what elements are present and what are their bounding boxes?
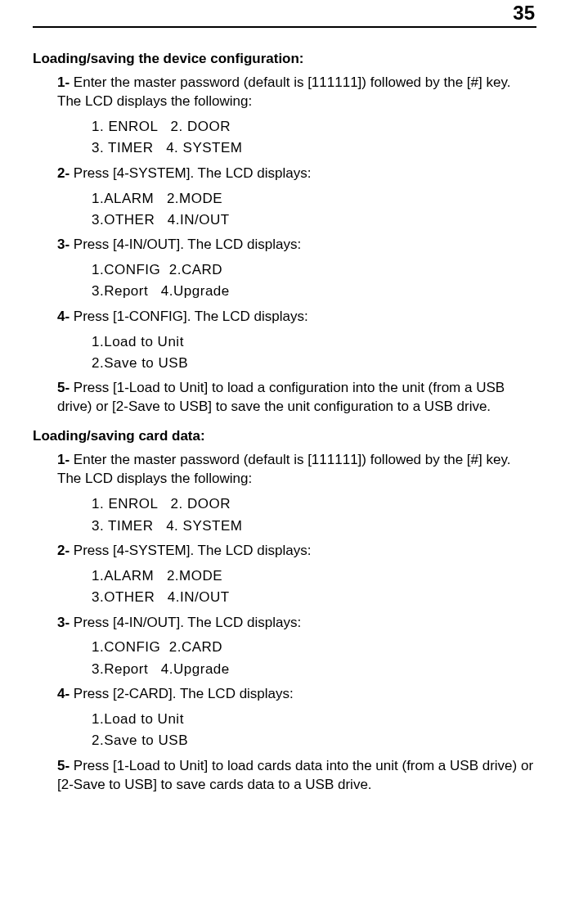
step: 2- Press [4-SYSTEM]. The LCD displays: (57, 542, 536, 561)
lcd-display: 1. ENROL 2. DOOR3. TIMER 4. SYSTEM (92, 116, 536, 160)
page-header: 35 (33, 0, 536, 28)
step: 5- Press [1-Load to Unit] to load a conf… (57, 379, 536, 417)
step: 2- Press [4-SYSTEM]. The LCD displays: (57, 165, 536, 183)
step: 1- Enter the master password (default is… (57, 451, 536, 489)
step-number: 5- (57, 380, 74, 395)
step-text: Press [4-SYSTEM]. The LCD displays: (74, 543, 312, 558)
step-number: 3- (57, 615, 74, 630)
lcd-row: 1.CONFIG 2.CARD (92, 259, 536, 281)
lcd-row: 3.OTHER 4.IN/OUT (92, 587, 536, 608)
page-number: 35 (513, 2, 535, 24)
section-title: Loading/saving the device configuration: (33, 51, 536, 67)
lcd-row: 1. ENROL 2. DOOR (92, 494, 536, 515)
lcd-display: 1.ALARM 2.MODE3.OTHER 4.IN/OUT (92, 566, 536, 609)
lcd-row: 3.Report 4.Upgrade (92, 659, 536, 680)
lcd-row: 1.Load to Unit (92, 709, 536, 730)
step: 3- Press [4-IN/OUT]. The LCD displays: (57, 236, 536, 255)
lcd-row: 3. TIMER 4. SYSTEM (92, 516, 536, 537)
page: 35 Loading/saving the device configurati… (0, 0, 561, 832)
lcd-row: 3. TIMER 4. SYSTEM (92, 137, 536, 159)
step-number: 5- (57, 758, 74, 773)
lcd-display: 1.CONFIG 2.CARD3.Report 4.Upgrade (92, 259, 536, 303)
step-number: 1- (57, 452, 74, 467)
step-text: Enter the master password (default is [1… (57, 452, 510, 486)
lcd-row: 3.OTHER 4.IN/OUT (92, 210, 536, 231)
step: 5- Press [1-Load to Unit] to load cards … (57, 757, 536, 795)
lcd-row: 1.ALARM 2.MODE (92, 188, 536, 210)
step-text: Press [2-CARD]. The LCD displays: (74, 686, 294, 701)
lcd-row: 1.Load to Unit (92, 331, 536, 353)
lcd-row: 1.CONFIG 2.CARD (92, 637, 536, 658)
lcd-display: 1. ENROL 2. DOOR3. TIMER 4. SYSTEM (92, 494, 536, 537)
step: 4- Press [1-CONFIG]. The LCD displays: (57, 308, 536, 327)
step-text: Press [1-Load to Unit] to load cards dat… (57, 758, 533, 792)
lcd-row: 1.ALARM 2.MODE (92, 566, 536, 587)
step-text: Enter the master password (default is [1… (57, 74, 510, 109)
step-number: 3- (57, 237, 74, 252)
lcd-row: 1. ENROL 2. DOOR (92, 116, 536, 137)
lcd-display: 1.Load to Unit2.Save to USB (92, 331, 536, 375)
step-text: Press [1-Load to Unit] to load a configu… (57, 380, 505, 414)
step-number: 4- (57, 309, 74, 324)
section-title: Loading/saving card data: (33, 428, 536, 444)
page-content: Loading/saving the device configuration:… (33, 51, 536, 795)
lcd-display: 1.Load to Unit2.Save to USB (92, 709, 536, 752)
step-number: 4- (57, 686, 74, 701)
step-number: 2- (57, 165, 74, 181)
lcd-row: 2.Save to USB (92, 353, 536, 374)
step-text: Press [1-CONFIG]. The LCD displays: (74, 309, 308, 324)
step-text: Press [4-SYSTEM]. The LCD displays: (74, 165, 312, 181)
lcd-row: 3.Report 4.Upgrade (92, 281, 536, 302)
step: 1- Enter the master password (default is… (57, 74, 536, 111)
step-number: 1- (57, 74, 74, 90)
step: 3- Press [4-IN/OUT]. The LCD displays: (57, 614, 536, 633)
lcd-display: 1.ALARM 2.MODE3.OTHER 4.IN/OUT (92, 188, 536, 232)
step-number: 2- (57, 543, 74, 558)
step-text: Press [4-IN/OUT]. The LCD displays: (74, 615, 301, 630)
step-text: Press [4-IN/OUT]. The LCD displays: (74, 237, 301, 252)
step: 4- Press [2-CARD]. The LCD displays: (57, 685, 536, 704)
lcd-row: 2.Save to USB (92, 730, 536, 751)
lcd-display: 1.CONFIG 2.CARD3.Report 4.Upgrade (92, 637, 536, 680)
